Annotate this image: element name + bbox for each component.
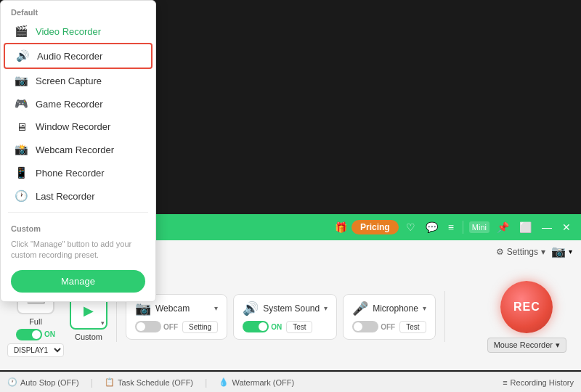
webcam-header: 📷 Webcam ▾ [135, 301, 218, 317]
dropdown-menu: Default 🎬 Video Recorder 🔊 Audio Recorde… [0, 0, 156, 302]
auto-stop-label: Auto Stop (OFF) [20, 378, 79, 387]
status-bar: 🕐 Auto Stop (OFF) | 📋 Task Schedule (OFF… [0, 372, 581, 392]
maximize-icon[interactable]: ⬜ [516, 220, 535, 234]
dropdown-item-last-recorder[interactable]: 🕐 Last Recorder [4, 184, 153, 208]
screen-capture-icon: 📷 [14, 74, 28, 87]
pricing-button[interactable]: Pricing [352, 220, 399, 234]
custom-hint-text: Click "Manage" button to add your custom… [11, 236, 145, 264]
watermark-label: Watermark (OFF) [232, 378, 294, 387]
full-toggle-label: ON [44, 330, 55, 338]
task-schedule-label: Task Schedule (OFF) [118, 378, 193, 387]
rec-button[interactable]: REC [500, 281, 553, 333]
window-recorder-icon: 🖥 [14, 121, 28, 133]
custom-section-label: Custom [1, 217, 155, 236]
audio-recorder-label: Audio Recorder [37, 51, 102, 62]
microphone-test-button[interactable]: Test [399, 321, 426, 333]
rec-label: REC [513, 301, 540, 314]
microphone-card: 🎤 Microphone ▾ OFF Test [343, 294, 436, 340]
webcam-arrow-icon[interactable]: ▾ [214, 304, 218, 312]
toolbar-separator [463, 221, 463, 234]
watermark-icon: 💧 [219, 377, 229, 387]
system-sound-toggle-thumb [259, 322, 267, 331]
custom-label: Custom [75, 332, 102, 341]
system-sound-controls: ON Test [243, 321, 328, 333]
webcam-recorder-label: Webcam Recorder [36, 144, 114, 155]
auto-stop-status[interactable]: 🕐 Auto Stop (OFF) [7, 377, 79, 387]
clock-icon: 🕐 [7, 377, 17, 387]
status-sep-1: | [91, 377, 93, 388]
webcam-controls: OFF Setting [135, 321, 218, 333]
webcam-toggle: OFF [135, 321, 178, 332]
microphone-header: 🎤 Microphone ▾ [352, 301, 426, 317]
system-sound-header: 🔊 System Sound ▾ [243, 301, 328, 317]
dropdown-divider [8, 212, 148, 213]
dropdown-item-game-recorder[interactable]: 🎮 Game Recorder [4, 92, 153, 115]
window-recorder-label: Window Recorder [36, 121, 110, 132]
webcam-toggle-track[interactable] [135, 321, 161, 332]
microphone-controls: OFF Test [352, 321, 426, 333]
webcam-toggle-label: OFF [163, 323, 178, 331]
bell-icon[interactable]: ♡ [403, 220, 418, 234]
webcam-name: Webcam [155, 303, 210, 314]
screenshot-arrow[interactable]: ▾ [569, 248, 572, 256]
toolbar-right: 🎁 Pricing ♡ 💬 ≡ Mini 📌 ⬜ — ✕ [335, 220, 574, 234]
menu-icon[interactable]: ≡ [445, 220, 457, 234]
mini-button[interactable]: Mini [469, 221, 489, 233]
system-sound-name: System Sound [263, 303, 320, 314]
dropdown-item-video-recorder[interactable]: 🎬 Video Recorder [4, 20, 153, 43]
settings-button[interactable]: ⚙ Settings ▾ [496, 247, 545, 257]
dropdown-item-audio-recorder[interactable]: 🔊 Audio Recorder [4, 43, 153, 69]
close-icon[interactable]: ✕ [559, 220, 574, 234]
minimize-icon[interactable]: — [539, 220, 555, 234]
full-toggle: ON [16, 329, 55, 340]
status-sep-2: | [205, 377, 207, 388]
screenshot-icon[interactable]: 📷 [551, 245, 566, 258]
full-label: Full [29, 317, 42, 326]
webcam-toggle-thumb [137, 322, 145, 331]
last-recorder-label: Last Recorder [36, 191, 95, 202]
webcam-setting-button[interactable]: Setting [182, 321, 218, 333]
chat-icon[interactable]: 💬 [423, 220, 441, 234]
dropdown-item-phone-recorder[interactable]: 📱 Phone Recorder [4, 161, 153, 184]
recording-history-label: Recording History [511, 378, 574, 387]
app-container: tered) 🎁 Pricing ♡ 💬 ≡ Mini 📌 ⬜ — ✕ ⚙ Se… [0, 0, 581, 392]
system-sound-card: 🔊 System Sound ▾ ON Test [233, 294, 337, 340]
full-toggle-track[interactable] [16, 329, 42, 340]
task-schedule-status[interactable]: 📋 Task Schedule (OFF) [105, 377, 193, 387]
display-select[interactable]: DISPLAY1 [7, 343, 64, 357]
dropdown-item-screen-capture[interactable]: 📷 Screen Capture [4, 69, 153, 92]
task-icon: 📋 [105, 377, 115, 387]
microphone-arrow-icon[interactable]: ▾ [423, 304, 426, 312]
microphone-toggle-thumb [354, 322, 362, 331]
system-sound-toggle: ON [243, 321, 282, 332]
microphone-name: Microphone [373, 303, 418, 314]
dropdown-item-window-recorder[interactable]: 🖥 Window Recorder [4, 115, 153, 138]
gift-icon: 🎁 [335, 221, 347, 233]
custom-icon: ▶ [84, 303, 94, 319]
webcam-recorder-icon: 📸 [14, 143, 28, 156]
system-sound-test-button[interactable]: Test [286, 321, 312, 333]
settings-label: Settings [507, 247, 538, 257]
phone-recorder-icon: 📱 [14, 166, 28, 179]
last-recorder-icon: 🕐 [14, 189, 28, 203]
system-sound-toggle-track[interactable] [243, 321, 269, 332]
webcam-icon: 📷 [135, 301, 151, 317]
system-sound-arrow-icon[interactable]: ▾ [324, 304, 328, 312]
microphone-icon: 🎤 [352, 301, 368, 317]
pin-icon[interactable]: 📌 [494, 220, 512, 234]
microphone-toggle-track[interactable] [352, 321, 378, 332]
system-sound-toggle-label: ON [271, 323, 282, 331]
video-recorder-label: Video Recorder [36, 26, 101, 37]
mouse-recorder-button[interactable]: Mouse Recorder ▾ [487, 338, 566, 353]
recording-history-button[interactable]: ≡ Recording History [503, 378, 574, 387]
screenshot-btn-row: 📷 ▾ [551, 245, 572, 258]
manage-button[interactable]: Manage [11, 270, 145, 293]
dropdown-item-webcam-recorder[interactable]: 📸 Webcam Recorder [4, 138, 153, 161]
phone-recorder-label: Phone Recorder [36, 168, 105, 179]
settings-arrow-icon: ▾ [541, 247, 545, 257]
microphone-toggle-label: OFF [381, 323, 395, 331]
watermark-status[interactable]: 💧 Watermark (OFF) [219, 377, 294, 387]
full-toggle-thumb [32, 330, 41, 339]
custom-badge: ▾ [101, 319, 105, 327]
audio-recorder-icon: 🔊 [15, 49, 30, 62]
